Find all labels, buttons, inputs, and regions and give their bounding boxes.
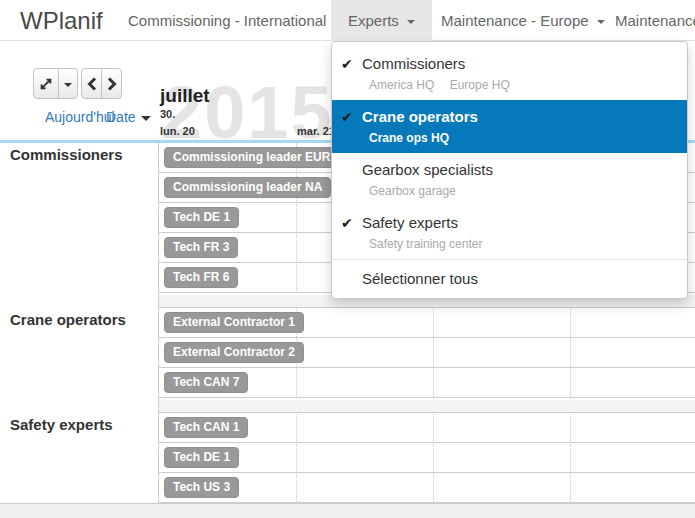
resource-badge: Tech CAN 7: [164, 372, 248, 393]
month-title: juillet: [160, 85, 210, 107]
nav-item-maintenance-europe[interactable]: Maintenance - Europe: [424, 0, 622, 41]
group-label-safety-experts: Safety experts: [10, 416, 113, 433]
group-label-commissioners: Commissioners: [10, 146, 123, 163]
resource-badge: Tech FR 3: [164, 237, 238, 258]
resource-badge: External Contractor 2: [164, 342, 304, 363]
chevron-right-icon: [107, 77, 117, 91]
resource-badge: External Contractor 1: [164, 312, 304, 333]
date-link-label: Date: [106, 109, 136, 125]
nav-item-experts[interactable]: Experts: [331, 0, 432, 41]
day-column-header: mar. 21: [297, 125, 335, 137]
sublabel: Gearbox garage: [369, 184, 456, 198]
today-link-label: Aujourd'hui: [45, 109, 115, 125]
date-nav-button-group: [81, 68, 122, 99]
experts-dropdown-menu: ✔ Commissioners America HQ Europe HQ ✔ C…: [331, 41, 688, 299]
dropdown-item-sublabels: Gearbox garage: [362, 184, 677, 198]
dropdown-item-label: Commissioners: [362, 55, 677, 73]
resource-badge: Commissioning leader NA: [164, 177, 331, 198]
view-button-group: [33, 68, 78, 99]
nav-item-label: Commissioning - International: [128, 12, 326, 29]
sublabel: Europe HQ: [450, 78, 510, 92]
dropdown-item-label: Crane operators: [362, 108, 677, 126]
resource-badge: Tech US 3: [164, 477, 239, 498]
expand-arrows-icon: [39, 77, 53, 91]
nav-item-label: Experts: [348, 12, 399, 29]
day-column-header: lun. 20: [160, 125, 195, 137]
week-number: 30.: [160, 108, 175, 120]
resource-badge: Tech DE 1: [164, 447, 239, 468]
check-icon: ✔: [341, 109, 353, 125]
caret-down-icon: [64, 83, 72, 87]
top-navbar: WPlanif Commissioning - International Ex…: [0, 0, 695, 41]
dropdown-item-gearbox-specialists[interactable]: Gearbox specialists Gearbox garage: [332, 153, 687, 206]
chevron-left-icon: [87, 77, 97, 91]
schedule-row[interactable]: External Contractor 1: [159, 308, 695, 338]
dropdown-item-safety-experts[interactable]: ✔ Safety experts Safety training center: [332, 206, 687, 259]
chevron-down-icon: [407, 20, 415, 24]
group-label-crane-operators: Crane operators: [10, 311, 126, 328]
dropdown-item-commissioners[interactable]: ✔ Commissioners America HQ Europe HQ: [332, 47, 687, 100]
dropdown-item-sublabels: America HQ Europe HQ: [362, 78, 677, 92]
nav-item-commissioning-international[interactable]: Commissioning - International: [111, 0, 359, 41]
schedule-row[interactable]: External Contractor 2: [159, 338, 695, 368]
group-separator: [159, 398, 695, 413]
dropdown-item-sublabels: Crane ops HQ: [362, 131, 677, 145]
resource-badge: Tech FR 6: [164, 267, 238, 288]
dropdown-item-label: Gearbox specialists: [362, 161, 677, 179]
caret-down-icon: [141, 116, 151, 121]
schedule-row[interactable]: Tech US 3: [159, 473, 695, 503]
check-icon: ✔: [341, 56, 353, 72]
sublabel: Crane ops HQ: [369, 131, 449, 145]
schedule-row[interactable]: Tech DE 1: [159, 443, 695, 473]
app-brand[interactable]: WPlanif: [20, 7, 103, 35]
bottom-scroll-strip: [0, 503, 695, 518]
check-icon: ✔: [341, 215, 353, 231]
today-link[interactable]: Aujourd'hui: [45, 109, 115, 125]
resource-badge: Tech CAN 1: [164, 417, 248, 438]
sublabel: Safety training center: [369, 237, 482, 251]
previous-button[interactable]: [81, 68, 102, 99]
expand-view-button[interactable]: [33, 68, 59, 99]
nav-item-label: Maintenance -: [615, 12, 695, 29]
dropdown-select-all[interactable]: Sélectionner tous: [332, 260, 687, 298]
date-dropdown-link[interactable]: Date: [106, 109, 151, 125]
dropdown-item-sublabels: Safety training center: [362, 237, 677, 251]
dropdown-item-crane-operators[interactable]: ✔ Crane operators Crane ops HQ: [332, 100, 687, 153]
resource-badge: Commissioning leader EUR: [164, 147, 339, 168]
next-button[interactable]: [101, 68, 122, 99]
nav-item-maintenance-2[interactable]: Maintenance -: [598, 0, 695, 41]
resource-badge: Tech DE 1: [164, 207, 239, 228]
dropdown-item-label: Safety experts: [362, 214, 677, 232]
schedule-row[interactable]: Tech CAN 7: [159, 368, 695, 398]
schedule-row[interactable]: Tech CAN 1: [159, 413, 695, 443]
sublabel: America HQ: [369, 78, 434, 92]
nav-item-label: Maintenance - Europe: [441, 12, 589, 29]
view-options-button[interactable]: [58, 68, 78, 99]
